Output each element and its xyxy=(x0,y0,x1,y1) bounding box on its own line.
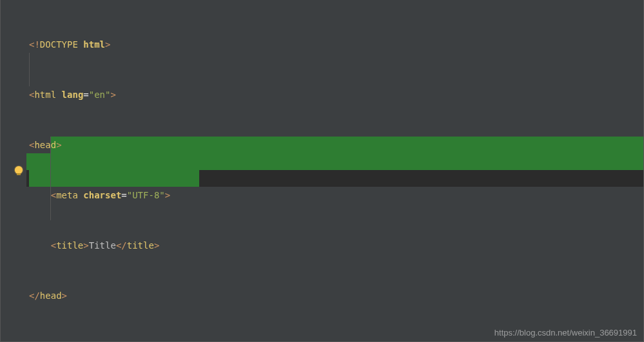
code-line[interactable]: <head> xyxy=(1,137,643,153)
code-line[interactable]: <meta charset="UTF-8"> xyxy=(1,187,643,204)
code-line[interactable]: <html lang="en"> xyxy=(1,86,643,103)
code-line[interactable]: <title>Title</title> xyxy=(1,237,643,254)
code-line[interactable]: <!DOCTYPE html> xyxy=(1,36,643,53)
code-line[interactable]: <body> xyxy=(1,337,643,342)
code-editor[interactable]: <!DOCTYPE html> <html lang="en"> <head> … xyxy=(1,3,643,342)
code-line[interactable]: </head> xyxy=(1,287,643,304)
watermark: https://blog.csdn.net/weixin_36691991 xyxy=(494,328,637,337)
